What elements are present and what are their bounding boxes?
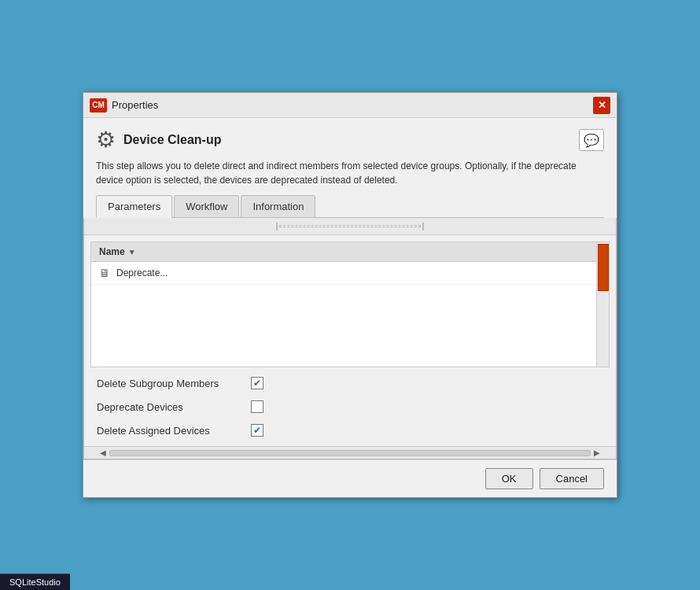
vertical-scrollbar[interactable] xyxy=(596,242,609,367)
header-left: ⚙ Device Clean-up xyxy=(96,129,221,151)
field-deprecate-devices: Deprecate Devices xyxy=(97,400,603,413)
horizontal-scrollbar[interactable]: ◀ ▶ xyxy=(84,446,616,459)
field-label-delete-assigned: Delete Assigned Devices xyxy=(97,425,238,437)
checkbox-delete-assigned[interactable] xyxy=(251,424,263,437)
title-bar-logo: CM xyxy=(90,98,107,112)
scroll-right-btn[interactable]: ▶ xyxy=(591,448,603,457)
dialog-footer: OK Cancel xyxy=(83,459,617,497)
device-icon: 🖥 xyxy=(99,267,110,279)
gear-icon: ⚙ xyxy=(96,129,116,151)
header-row: ⚙ Device Clean-up 💬 xyxy=(96,129,604,151)
scroll-area-indicator xyxy=(84,218,616,235)
scroll-track[interactable] xyxy=(109,450,591,456)
table-header: Name ▼ xyxy=(91,242,596,262)
tab-parameters[interactable]: Parameters xyxy=(96,195,172,218)
tab-information[interactable]: Information xyxy=(241,195,315,217)
dialog-body: ⚙ Device Clean-up 💬 This step allows you… xyxy=(83,118,617,218)
checkbox-deprecate-devices[interactable] xyxy=(251,400,263,413)
form-fields: Delete Subgroup Members Deprecate Device… xyxy=(84,371,616,443)
field-delete-subgroup: Delete Subgroup Members xyxy=(97,377,603,389)
tabs-row: Parameters Workflow Information xyxy=(96,195,604,218)
scroll-left-btn[interactable]: ◀ xyxy=(97,448,109,457)
field-label-deprecate-devices: Deprecate Devices xyxy=(97,401,238,413)
field-label-delete-subgroup: Delete Subgroup Members xyxy=(97,378,238,389)
title-bar-title: Properties xyxy=(112,99,158,111)
dialog-title: Device Clean-up xyxy=(123,133,221,147)
sort-icon: ▼ xyxy=(128,248,136,256)
title-bar: CM Properties ✕ xyxy=(83,93,617,118)
help-button[interactable]: 💬 xyxy=(579,129,604,151)
cancel-button[interactable]: Cancel xyxy=(540,468,604,489)
tab-workflow[interactable]: Workflow xyxy=(174,195,239,217)
description-text: This step allows you to delete direct an… xyxy=(96,159,604,187)
column-name-header: Name xyxy=(99,246,125,257)
checkbox-delete-subgroup[interactable] xyxy=(251,377,263,389)
taskbar-item: SQLiteStudio xyxy=(0,573,70,590)
close-button[interactable]: ✕ xyxy=(593,97,610,114)
title-bar-left: CM Properties xyxy=(90,98,158,112)
table: Name ▼ 🖥 Deprecate... xyxy=(91,242,596,367)
ok-button[interactable]: OK xyxy=(485,468,533,489)
table-row[interactable]: 🖥 Deprecate... xyxy=(91,262,596,285)
field-delete-assigned: Delete Assigned Devices xyxy=(97,424,603,437)
row-name: Deprecate... xyxy=(116,267,168,278)
properties-dialog: CM Properties ✕ ⚙ Device Clean-up 💬 This… xyxy=(83,92,617,498)
scrollbar-thumb[interactable] xyxy=(598,244,609,291)
tab-content: Name ▼ 🖥 Deprecate... Delete Subgroup Me… xyxy=(83,218,617,459)
